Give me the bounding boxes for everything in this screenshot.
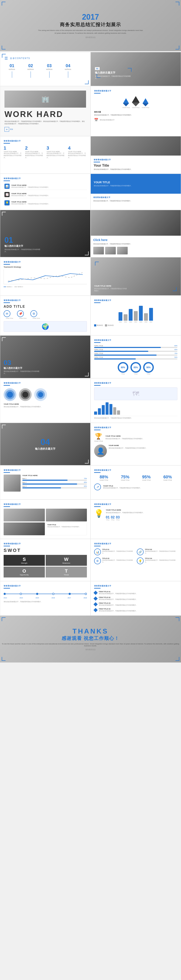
icon-row-1: 📊 YOUR TITLE HERE 请在此处添加标题文字，可根据需求更改文字内容… [4, 183, 87, 190]
bn-val-3: 03 [116, 515, 120, 519]
row-swot: 请查看标题标题文字 SWOT S Strength W Weakness O O… [0, 539, 181, 581]
pct-section-label: 请查看标题标题文字 [94, 469, 177, 471]
contents-slide: ☰ 目录CONTENTS 01 MAÑANA 02 MAÑANA 03 MAÑA… [0, 52, 90, 86]
circles-section-label: 请查看标题标题文字 [4, 382, 87, 384]
circ-shape-3 [34, 388, 47, 401]
icon4-1: 📊 TITLE 01 请在此处添加标题文字，可根据需求更改文字内容和图片。 [94, 549, 135, 555]
clickhere-label[interactable]: Click here [93, 238, 178, 242]
cityview-desc: 请在此处添加标题文字，可根据需求更改文字内容和图片。 [94, 288, 128, 292]
swot-section-label: 请查看标题标题文字 [4, 542, 87, 545]
ch03-corner-br [85, 372, 88, 376]
pct-val-1: 88% [94, 474, 114, 479]
swot-grid: S Strength W Weakness O Opportunity T Th… [4, 555, 87, 578]
num-big-3: 3 [47, 145, 65, 151]
ch01-desc-overlay: 请在此处添加标题文字，可根据需求更改文字内容和图片。 [5, 248, 43, 253]
pb2-val1: 70% [84, 478, 87, 479]
pb-val-4: 50% [175, 356, 177, 358]
swot-o-word: Opportunity [5, 574, 43, 576]
tl-year-1: 2013 [4, 597, 7, 598]
cover-desc: The caring and fulsme voice of the enter… [38, 29, 143, 35]
row-contents: ☰ 目录CONTENTS 01 MAÑANA 02 MAÑANA 03 MAÑA… [0, 52, 181, 86]
bar-label-7: 2017 [150, 321, 152, 323]
swot-t-word: Threat [47, 574, 85, 576]
hist-5 [109, 404, 112, 415]
num-section-label: 请查看标题标题文字 [4, 140, 87, 142]
pb-4: TOPIC TITLE 50% [94, 356, 177, 360]
tl-line-1 [6, 593, 20, 594]
trophy-section-label: 请查看标题标题文字 [94, 426, 177, 429]
legend-line-1 [4, 286, 6, 287]
barchart-section-label: 请查看标题标题文字 [94, 299, 177, 302]
i4-icon-2: 🔗 [137, 549, 143, 555]
dl-desc-2: 请在此处添加标题文字，可根据需求更改文字内容和图片。 [99, 598, 137, 600]
your-title-slide: 请查看标题标题文字 Your Title 请在此处添加标题文字，可根据需求更改文… [90, 136, 181, 173]
row-ch04: 04 输入您的主题文字 请查看标题标题文字 🏆 YOUR TITLE YOUR … [0, 423, 181, 465]
trophy-band [94, 430, 101, 430]
progress2-content: YOUR TITLE HERE Item 1 70% Item 2 85% [4, 474, 87, 492]
tl-year-6: 2018 [83, 597, 87, 598]
tri-up-2 [132, 96, 140, 102]
cityview-title: YOUR TITLE HERE [94, 285, 128, 287]
table-section-label: 请查看标题标题文字 [4, 177, 87, 180]
ic-label-2: YOUR TITLE [17, 318, 29, 319]
circ-1: 80% TITLE [118, 362, 128, 375]
pb2-bg2 [22, 484, 87, 485]
trophy-text: YOUR TITLE HERE 请在此处添加标题文字，可根据需求更改文字内容和图… [105, 435, 177, 440]
ch04-title: 输入您的主题文字 [35, 447, 55, 451]
icon-col-1: ✉ YOUR TITLE [4, 310, 15, 319]
contents-item-1: 01 MAÑANA [5, 63, 19, 79]
contents-items: 01 MAÑANA 02 MAÑANA 03 MAÑANA 04 MAÑANA [5, 63, 86, 79]
chapter01-desc: 请在此处添加标题文字，可根据需求更改文字内容和图片。 [95, 75, 133, 80]
barchart-slide: 请查看标题标题文字 2011 2012 2013 2014 2015 [90, 296, 181, 336]
pb-bg-2 [94, 351, 177, 352]
table-band [4, 180, 10, 181]
num-label-2: YOUR TITLE HERE [25, 151, 44, 152]
bar-7: 2017 [149, 308, 153, 323]
pb-bg-1 [94, 347, 177, 348]
pb2-3: Item 3 60% [22, 485, 87, 488]
legend-2: Series 2 [14, 286, 23, 288]
row-icon-3: 💡 [5, 200, 9, 205]
i4-text-1: TITLE 01 请在此处添加标题文字，可根据需求更改文字内容和图片。 [102, 549, 135, 554]
pct-circles-slide: 请查看标题标题文字 88% YOUR TITLE 75% YOUR TITLE … [90, 465, 181, 500]
bar-fill-5 [139, 306, 143, 321]
i4-text-2: TITLE 02 请在此处添加标题文字，可根据需求更改文字内容和图片。 [145, 549, 177, 554]
bar-fill-1 [118, 312, 122, 321]
num-band [4, 143, 10, 144]
tri-down-2 [132, 102, 140, 107]
progress-section-label: 请查看标题标题文字 [94, 339, 177, 341]
cover-year: 2017 [38, 13, 143, 22]
circle-chart-1: 80% [118, 362, 128, 373]
num-items: 1 YOUR TITLE HERE 请在此处添加标题文字，可根据需求更改文字内容… [4, 145, 87, 159]
bar-label-5: 2015 [139, 321, 142, 323]
share-row: ↗ YOUR TITLE 请在此处添加标题文字，可根据需求更改文字内容和图片。 [94, 484, 177, 490]
timeline-slide: 请查看标题标题文字 2013 2014 2015 2016 [0, 581, 90, 616]
bulb-num-1: 01 TITLE [106, 515, 110, 520]
addtitle-map-area: 🌍 [4, 321, 87, 332]
clickhere-desc: 请在此处添加标题文字，可根据需求更改文字内容和图片。 [93, 243, 178, 245]
num-big-4: 4 [68, 145, 87, 151]
thumb-3 [117, 247, 127, 255]
swot-o: O Opportunity [4, 566, 45, 578]
thanks-content: THANKS 感谢观看 祝您工作顺心！ To see the future an… [0, 627, 181, 651]
chapter01-title: 输入您的主题文字 [95, 71, 133, 75]
ch01-title-overlay: 输入您的主题文字 [5, 244, 43, 248]
diamond-list-slide: 请查看标题标题文字 ITEM TITLE 01 请在此处添加标题文字，可根据需求… [90, 581, 181, 616]
thumbnail-row [93, 247, 178, 255]
hist-6 [113, 407, 116, 415]
ch04-photo-slide: 04 输入您的主题文字 [0, 423, 90, 465]
pb2-fill1 [22, 480, 68, 481]
bulb-texts: YOUR TITLE HERE 请在此处添加标题文字，可根据需求更改文字内容和图… [106, 509, 145, 520]
bl-1: 数据标题 [94, 325, 103, 326]
icon-row-2: 📈 YOUR TITLE HERE 请在此处添加标题文字，可根据需求更改文字内容… [4, 191, 87, 198]
add-icon[interactable]: + [5, 127, 9, 132]
thanks-desc: To see the future and the visual. In one… [0, 643, 181, 647]
person-text: YOUR NAME 请在此处添加标题文字，可根据需求更改文字内容和图片。 [109, 444, 177, 457]
timeline-wrap: 2013 2014 2015 2016 2017 2018 请在此处添加标题文字… [4, 593, 87, 603]
dl-diamond-3 [93, 602, 98, 606]
bl-label-1: 数据标题 [97, 325, 103, 326]
i4-desc-1: 请在此处添加标题文字，可根据需求更改文字内容和图片。 [102, 550, 135, 554]
share-icon[interactable]: ↗ [94, 484, 101, 490]
row-data-table: 请查看标题标题文字 📊 YOUR TITLE HERE 请在此处添加标题文字，可… [0, 173, 181, 210]
pb-row-1: TOPIC TITLE 80% [94, 345, 177, 347]
